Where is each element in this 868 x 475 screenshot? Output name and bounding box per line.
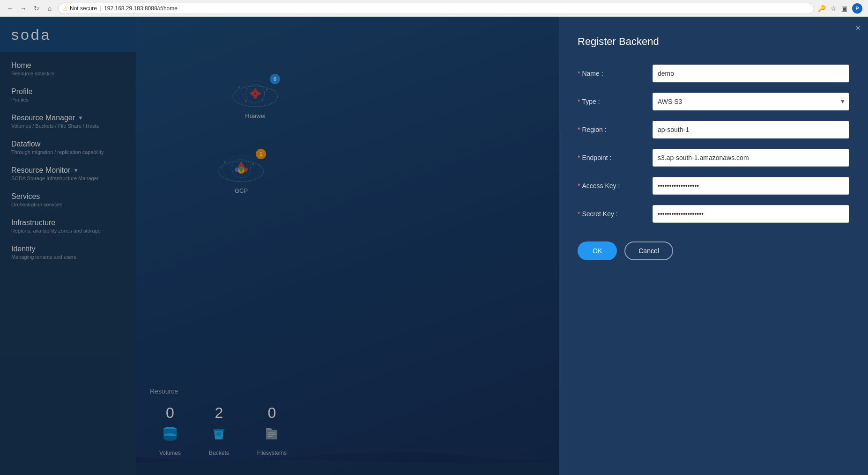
browser-chrome: ← → ↻ ⌂ △ Not secure | 192.168.29.183:80…	[0, 0, 868, 17]
region-label: * Region :	[578, 126, 653, 133]
type-required-mark: *	[578, 98, 580, 105]
security-label: Not secure	[70, 5, 97, 12]
region-input[interactable]	[653, 121, 849, 139]
address-bar[interactable]: △ Not secure | 192.168.29.183:8088/#/hom…	[58, 3, 814, 14]
modal-close-button[interactable]: ×	[855, 23, 861, 33]
modal-actions: OK Cancel	[578, 241, 849, 260]
endpoint-field-row: * Endpoint :	[578, 149, 849, 167]
access-key-required-mark: *	[578, 182, 580, 190]
endpoint-input[interactable]	[653, 149, 849, 167]
secret-key-input[interactable]	[653, 205, 849, 223]
secret-key-field-row: * Secret Key :	[578, 205, 849, 223]
name-input[interactable]	[653, 65, 849, 82]
ok-button[interactable]: OK	[578, 241, 617, 260]
endpoint-label: * Endpoint :	[578, 154, 653, 161]
app-container: soda Home Resource statistics Profile Pr…	[0, 17, 868, 475]
modal-title: Register Backend	[578, 36, 849, 48]
security-icon: △	[63, 5, 67, 11]
type-select[interactable]: AWS S3 GCS Azure Blob Huawei OBS Ceph	[653, 93, 849, 110]
extension-icon[interactable]: ▣	[841, 5, 847, 12]
secret-key-required-mark: *	[578, 210, 580, 218]
reload-button[interactable]: ↻	[32, 4, 41, 13]
access-key-field-row: * Access Key :	[578, 177, 849, 195]
name-label: * Name :	[578, 70, 653, 77]
access-key-label: * Access Key :	[578, 182, 653, 190]
modal-panel: × Register Backend * Name : * Type : AWS…	[559, 17, 868, 475]
back-button[interactable]: ←	[6, 4, 15, 13]
secret-key-label: * Secret Key :	[578, 210, 653, 218]
star-icon[interactable]: ☆	[831, 5, 837, 12]
home-button[interactable]: ⌂	[45, 4, 54, 13]
region-field-row: * Region :	[578, 121, 849, 139]
browser-right-icons: 🔑 ☆ ▣ P	[818, 3, 862, 14]
key-icon: 🔑	[818, 5, 826, 12]
access-key-input[interactable]	[653, 177, 849, 195]
forward-button[interactable]: →	[19, 4, 28, 13]
user-avatar[interactable]: P	[852, 3, 862, 14]
url-text: 192.168.29.183:8088/#/home	[104, 5, 178, 12]
name-required-mark: *	[578, 70, 580, 77]
type-select-wrapper: AWS S3 GCS Azure Blob Huawei OBS Ceph ▼	[653, 93, 849, 110]
type-field-row: * Type : AWS S3 GCS Azure Blob Huawei OB…	[578, 93, 849, 110]
cancel-button[interactable]: Cancel	[624, 241, 673, 260]
type-label: * Type :	[578, 98, 653, 105]
name-field-row: * Name :	[578, 65, 849, 82]
region-required-mark: *	[578, 126, 580, 133]
endpoint-required-mark: *	[578, 154, 580, 161]
